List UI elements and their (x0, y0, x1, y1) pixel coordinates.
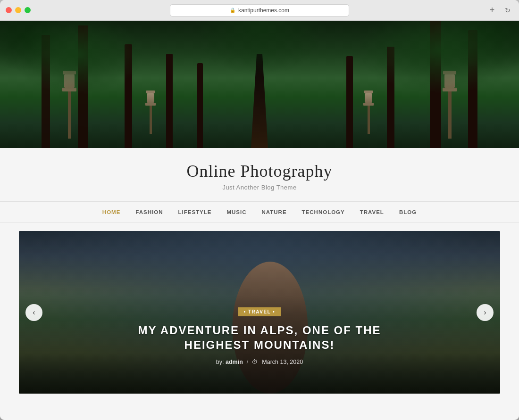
browser-window: 🔒 kantipurthemes.com + ↻ (0, 0, 519, 420)
hero-banner (0, 21, 519, 148)
slide-date: March 13, 2020 (262, 359, 303, 365)
nav-item-travel[interactable]: TRAVEL (352, 202, 392, 222)
refresh-button[interactable]: ↻ (502, 5, 513, 16)
nav-link-lifestyle[interactable]: LIFESTYLE (178, 209, 211, 215)
lantern-post (150, 106, 152, 134)
slide-meta: by: admin / ⏱ March 13, 2020 (19, 359, 500, 365)
nav-item-technology[interactable]: TECHNOLOGY (294, 202, 352, 222)
slide-category-badge[interactable]: TRAVEL (19, 307, 500, 323)
nav-item-music[interactable]: MUSIC (219, 202, 254, 222)
nav-link-home[interactable]: HOME (102, 209, 121, 215)
slider-section: ‹ › TRAVEL MY ADVENTURE IN ALPS, ONE OF … (0, 222, 519, 402)
clock-icon: ⏱ (252, 359, 258, 365)
slide-author-label: by: admin (216, 359, 243, 365)
nav-item-home[interactable]: HOME (95, 202, 128, 222)
hero-scene (0, 21, 519, 148)
lock-icon: 🔒 (230, 8, 235, 13)
slide-category-text: TRAVEL (238, 307, 281, 316)
slider-prev-button[interactable]: ‹ (25, 304, 42, 321)
main-navigation: HOME FASHION LIFESTYLE MUSIC NATURE TECH… (0, 202, 519, 222)
nav-item-blog[interactable]: BLOG (392, 202, 424, 222)
nav-item-nature[interactable]: NATURE (254, 202, 294, 222)
url-text: kantipurthemes.com (238, 7, 289, 14)
nav-link-nature[interactable]: NATURE (262, 209, 287, 215)
nav-item-lifestyle[interactable]: LIFESTYLE (170, 202, 219, 222)
nav-link-music[interactable]: MUSIC (226, 209, 246, 215)
nav-link-blog[interactable]: BLOG (399, 209, 417, 215)
slide-content: TRAVEL MY ADVENTURE IN ALPS, ONE OF THE … (19, 307, 500, 365)
nav-item-fashion[interactable]: FASHION (128, 202, 170, 222)
new-tab-button[interactable]: + (486, 5, 498, 16)
foliage-overlay (0, 21, 519, 106)
site-title: Online Photography (9, 161, 510, 181)
nav-list: HOME FASHION LIFESTYLE MUSIC NATURE TECH… (95, 202, 424, 222)
nav-link-technology[interactable]: TECHNOLOGY (302, 209, 345, 215)
site-header: Online Photography Just Another Blog The… (0, 148, 519, 202)
slide-title: MY ADVENTURE IN ALPS, ONE OF THE HEIGHES… (118, 323, 401, 352)
nav-link-travel[interactable]: TRAVEL (360, 209, 384, 215)
site-content: Online Photography Just Another Blog The… (0, 21, 519, 420)
lantern-post (368, 106, 370, 134)
meta-separator: / (247, 359, 248, 365)
titlebar: 🔒 kantipurthemes.com + ↻ (0, 0, 519, 21)
slide-author: admin (226, 359, 243, 365)
minimize-button[interactable] (15, 7, 21, 13)
traffic-lights (6, 7, 31, 13)
close-button[interactable] (6, 7, 12, 13)
slider-container: ‹ › TRAVEL MY ADVENTURE IN ALPS, ONE OF … (19, 231, 500, 394)
site-tagline: Just Another Blog Theme (9, 184, 510, 191)
address-bar[interactable]: 🔒 kantipurthemes.com (170, 4, 349, 16)
fullscreen-button[interactable] (25, 7, 31, 13)
slider-next-button[interactable]: › (477, 304, 494, 321)
nav-link-fashion[interactable]: FASHION (135, 209, 163, 215)
